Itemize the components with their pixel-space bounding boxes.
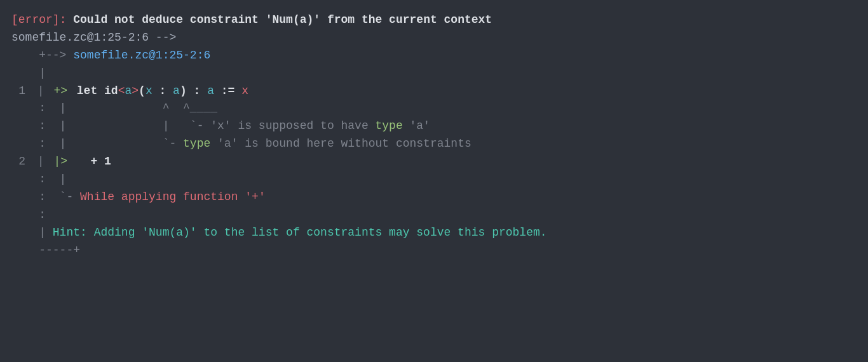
code-colon-space: : xyxy=(153,83,173,100)
arrow-marker-1: +> xyxy=(47,83,67,100)
bracket-close: ]: xyxy=(53,11,67,29)
hint-text: Hint: Adding 'Num(a)' to the list of con… xyxy=(46,224,547,242)
code-plus-1: + 1 xyxy=(70,153,111,171)
code-assign: := xyxy=(214,83,234,100)
while-prefix: : `- xyxy=(11,189,80,206)
line-number-1: 1 xyxy=(11,83,25,100)
colon-line: : xyxy=(11,206,853,224)
hint-line-x: : | | `- 'x' is supposed to have type 'a… xyxy=(11,117,853,135)
hint-line-bound: : | `- type 'a' is bound here without co… xyxy=(11,135,853,153)
hint-suffix-1: 'a' xyxy=(403,117,430,135)
while-applying-line: : `- While applying function '+' xyxy=(11,189,853,206)
code-var-x2: x xyxy=(234,83,248,100)
pipe-2: | xyxy=(31,153,44,171)
hint-prefix-1: : | | `- 'x' is supposed to have xyxy=(11,117,376,135)
code-angle-open: < xyxy=(118,83,125,100)
error-header-line: [error]: Could not deduce constraint 'Nu… xyxy=(11,11,853,29)
file-ref-line: +--> somefile.zc@1:25-2:6 xyxy=(11,47,853,65)
hint-type-word-2: type xyxy=(183,135,210,153)
colon-only: : xyxy=(11,206,46,224)
bottom-border-line: -----+ xyxy=(11,242,853,260)
colon-pipe: : | xyxy=(11,171,66,189)
caret-content: : | ^ ^____ xyxy=(11,100,217,117)
terminal-output: [error]: Could not deduce constraint 'Nu… xyxy=(11,11,853,259)
while-applying-text: While applying function '+' xyxy=(80,189,266,206)
hint-line: | Hint: Adding 'Num(a)' to the list of c… xyxy=(11,224,853,242)
line-number-2: 2 xyxy=(11,153,25,171)
code-angle-close: > xyxy=(132,83,139,100)
code-paren-open: ( xyxy=(139,83,146,100)
error-message: Could not deduce constraint 'Num(a)' fro… xyxy=(66,11,492,29)
code-type-a1: a xyxy=(125,83,132,100)
separator-line-1: | xyxy=(11,65,853,83)
separator-line-2: : | xyxy=(11,171,853,189)
arrow-indent: +--> xyxy=(11,47,66,65)
hint-bound-rest: 'a' is bound here without constraints xyxy=(210,135,471,153)
code-var-x: x xyxy=(146,83,153,100)
bracket-open: [ xyxy=(11,11,18,29)
code-type-a2: a xyxy=(173,83,180,100)
file-reference: somefile.zc@1:25-2:6 xyxy=(66,47,210,65)
code-colon-return: : xyxy=(187,83,207,100)
caret-line: : | ^ ^____ xyxy=(11,100,853,117)
code-line-2: 2 | |> + 1 xyxy=(11,153,853,171)
code-type-a3: a xyxy=(207,83,214,100)
code-let: let id xyxy=(70,83,118,100)
hint-bound-content: : | `- xyxy=(11,135,183,153)
pipe-char: | xyxy=(11,65,46,83)
bottom-dashes: -----+ xyxy=(11,242,80,260)
error-label: error xyxy=(18,11,53,29)
hint-pipe: | xyxy=(11,224,46,242)
arrow-marker-2: |> xyxy=(47,153,67,171)
hint-type-word: type xyxy=(376,117,403,135)
code-paren-close: ) xyxy=(180,83,187,100)
code-line-1: 1 | +> let id<a>(x : a) : a := x xyxy=(11,83,853,100)
pipe-1: | xyxy=(31,83,44,100)
